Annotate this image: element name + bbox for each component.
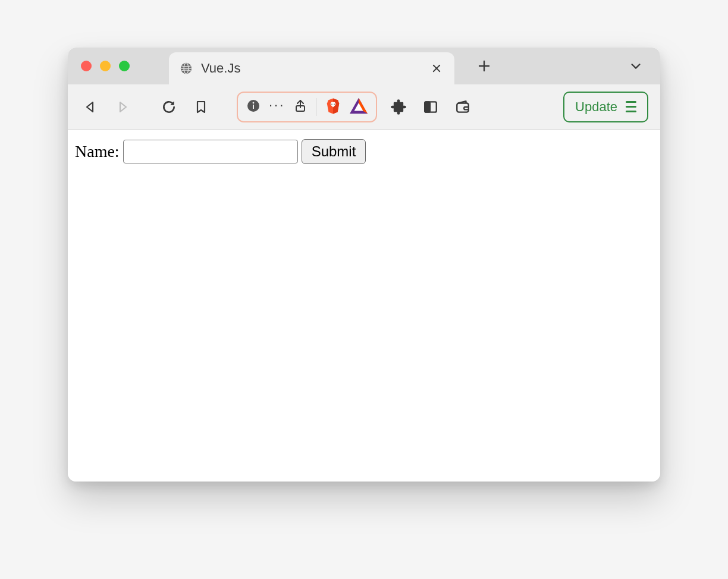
window-close-button[interactable] — [81, 61, 92, 71]
titlebar: Vue.Js — [68, 48, 660, 84]
reload-button[interactable] — [158, 96, 180, 118]
svg-marker-8 — [120, 102, 126, 112]
wallet-button[interactable] — [452, 96, 473, 118]
update-button[interactable]: Update — [563, 92, 648, 122]
submit-button[interactable]: Submit — [302, 139, 366, 164]
tab-title: Vue.Js — [201, 61, 420, 76]
window-minimize-button[interactable] — [100, 61, 111, 71]
window-controls — [81, 61, 130, 71]
back-button[interactable] — [80, 96, 101, 118]
site-info-icon[interactable] — [246, 99, 261, 115]
svg-point-13 — [332, 103, 333, 105]
tab-close-button[interactable] — [428, 60, 445, 77]
window-maximize-button[interactable] — [119, 61, 130, 71]
tabs-dropdown-button[interactable] — [626, 56, 646, 76]
name-label: Name: — [75, 142, 120, 161]
bat-token-icon[interactable] — [350, 97, 368, 117]
page-content: Name: Submit — [68, 130, 660, 482]
update-label: Update — [575, 99, 617, 115]
globe-icon — [180, 62, 193, 75]
site-options-icon[interactable]: ··· — [269, 99, 285, 115]
forward-button[interactable] — [112, 96, 133, 118]
svg-point-11 — [253, 102, 255, 103]
svg-rect-20 — [425, 102, 431, 112]
browser-tab[interactable]: Vue.Js — [169, 52, 454, 84]
name-form: Name: Submit — [75, 139, 653, 164]
svg-rect-10 — [253, 105, 254, 109]
bookmark-button[interactable] — [190, 96, 212, 118]
svg-point-14 — [334, 103, 335, 105]
toolbar: ··· Update — [68, 84, 660, 130]
sidebar-panel-button[interactable] — [420, 96, 441, 118]
name-input[interactable] — [123, 140, 298, 163]
brave-shield-icon[interactable] — [325, 97, 341, 117]
divider — [316, 98, 316, 116]
browser-window: Vue.Js ··· — [68, 48, 660, 482]
address-bar[interactable]: ··· — [237, 92, 377, 122]
hamburger-menu-icon — [626, 101, 636, 112]
svg-marker-7 — [87, 102, 93, 112]
new-tab-button[interactable] — [472, 54, 496, 78]
share-icon[interactable] — [293, 98, 307, 116]
extensions-button[interactable] — [388, 96, 409, 118]
